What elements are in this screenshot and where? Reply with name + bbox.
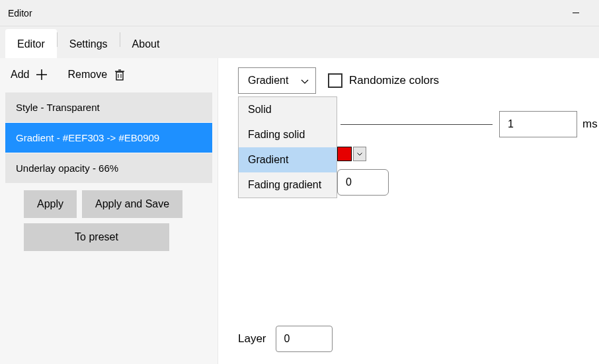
type-option-fading-solid[interactable]: Fading solid bbox=[239, 122, 337, 147]
plus-icon bbox=[36, 69, 48, 81]
layer-label: Layer bbox=[238, 332, 266, 346]
svg-rect-3 bbox=[116, 72, 123, 80]
type-option-solid[interactable]: Solid bbox=[239, 97, 337, 122]
color-swatch[interactable] bbox=[337, 147, 352, 161]
number-input[interactable] bbox=[337, 169, 389, 196]
color-dropdown-button[interactable] bbox=[353, 147, 366, 161]
list-item[interactable]: Gradient - #EEF303 -> #EB0909 bbox=[5, 123, 212, 153]
type-dropdown-value: Gradient bbox=[248, 75, 288, 86]
apply-button[interactable]: Apply bbox=[24, 190, 77, 218]
apply-save-button[interactable]: Apply and Save bbox=[82, 190, 182, 218]
time-slider-line[interactable] bbox=[340, 124, 493, 125]
randomize-checkbox-wrap: Randomize colors bbox=[328, 73, 439, 88]
type-dropdown-menu: Solid Fading solid Gradient Fading gradi… bbox=[238, 96, 337, 198]
list-item[interactable]: Style - Transparent bbox=[5, 92, 212, 122]
remove-label: Remove bbox=[67, 69, 107, 81]
main-panel: Gradient Solid Fading solid Gradient Fad… bbox=[218, 58, 599, 364]
chevron-down-icon bbox=[357, 153, 362, 156]
topreset-row: To preset bbox=[0, 222, 218, 251]
layer-list: Style - Transparent Gradient - #EEF303 -… bbox=[5, 92, 212, 183]
to-preset-button[interactable]: To preset bbox=[24, 223, 169, 251]
tabbar: Editor Settings About bbox=[0, 26, 599, 58]
list-item[interactable]: Underlay opacity - 66% bbox=[5, 153, 212, 183]
time-unit: ms bbox=[582, 118, 598, 131]
chevron-down-icon bbox=[301, 75, 309, 87]
add-button[interactable]: Add bbox=[11, 69, 48, 81]
sidebar: Add Remove Style - Transparent Gradient … bbox=[0, 58, 218, 364]
tab-about[interactable]: About bbox=[120, 29, 172, 58]
type-option-fading-gradient[interactable]: Fading gradient bbox=[239, 172, 337, 198]
randomize-checkbox[interactable] bbox=[328, 73, 342, 88]
type-dropdown[interactable]: Gradient Solid Fading solid Gradient Fad… bbox=[238, 67, 316, 94]
tab-settings[interactable]: Settings bbox=[58, 29, 120, 58]
remove-button[interactable]: Remove bbox=[67, 69, 126, 81]
content: Add Remove Style - Transparent Gradient … bbox=[0, 58, 599, 364]
minimize-button[interactable] bbox=[561, 0, 591, 26]
randomize-label: Randomize colors bbox=[349, 74, 439, 87]
time-input[interactable] bbox=[499, 111, 577, 137]
trash-icon bbox=[114, 69, 126, 81]
add-label: Add bbox=[11, 69, 29, 81]
number-row bbox=[337, 169, 599, 196]
tab-editor[interactable]: Editor bbox=[5, 29, 57, 58]
window-title: Editor bbox=[8, 8, 561, 18]
color-row bbox=[337, 147, 599, 161]
layer-row: Layer bbox=[238, 326, 333, 352]
sidebar-actions: Add Remove bbox=[0, 63, 218, 90]
type-option-gradient[interactable]: Gradient bbox=[239, 147, 337, 172]
titlebar: Editor bbox=[0, 0, 599, 26]
top-row: Gradient Solid Fading solid Gradient Fad… bbox=[238, 67, 599, 94]
apply-row: Apply Apply and Save bbox=[0, 184, 218, 222]
minimize-icon bbox=[573, 13, 579, 13]
layer-input[interactable] bbox=[276, 326, 333, 352]
